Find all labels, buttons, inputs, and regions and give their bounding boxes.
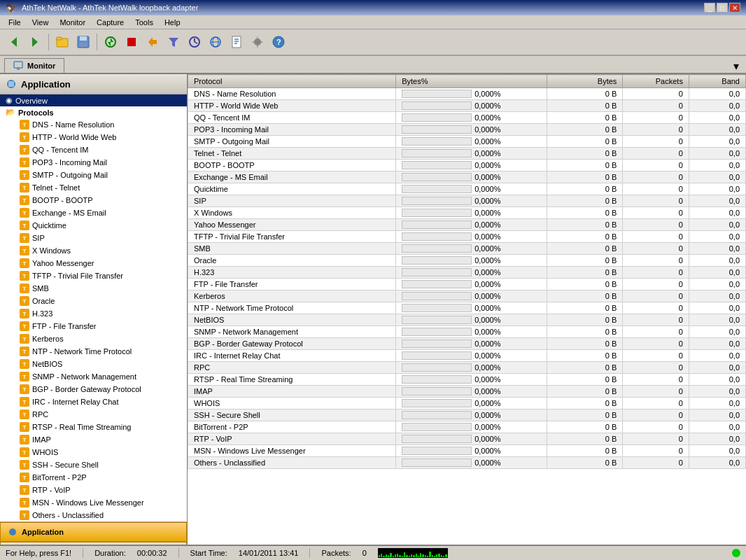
table-row[interactable]: Others - Unclassified 0,000% 0 B 0 0,0 <box>188 457 746 469</box>
table-row[interactable]: Kerberos 0,000% 0 B 0 0,0 <box>188 290 746 302</box>
network-button[interactable] <box>206 32 225 52</box>
sidebar-whois[interactable]: T WHOIS <box>0 446 187 458</box>
maximize-button[interactable]: □ <box>717 3 728 13</box>
save-button[interactable] <box>73 32 93 52</box>
table-row[interactable]: RPC 0,000% 0 B 0 0,0 <box>188 362 746 374</box>
table-row[interactable]: Yahoo Messenger 0,000% 0 B 0 0,0 <box>188 219 746 231</box>
table-row[interactable]: POP3 - Incoming Mail 0,000% 0 B 0 0,0 <box>188 124 746 136</box>
table-row[interactable]: SMB 0,000% 0 B 0 0,0 <box>188 243 746 255</box>
tab-bar: Monitor ▾ <box>0 56 746 74</box>
sidebar-imap[interactable]: T IMAP <box>0 433 187 446</box>
table-row[interactable]: IMAP 0,000% 0 B 0 0,0 <box>188 386 746 398</box>
menu-help[interactable]: Help <box>159 17 186 28</box>
sidebar-bootp[interactable]: T BOOTP - BOOTP <box>0 194 187 206</box>
sidebar-irc[interactable]: T IRC - Internet Relay Chat <box>0 396 187 408</box>
table-row[interactable]: Telnet - Telnet 0,000% 0 B 0 0,0 <box>188 148 746 160</box>
table-row[interactable]: TFTP - Trivial File Transfer 0,000% 0 B … <box>188 231 746 243</box>
sidebar-h323[interactable]: T H.323 <box>0 307 187 320</box>
sidebar-rtsp[interactable]: T RTSP - Real Time Streaming <box>0 421 187 433</box>
minimize-button[interactable]: _ <box>704 3 715 13</box>
table-row[interactable]: X Windows 0,000% 0 B 0 0,0 <box>188 207 746 219</box>
restart-button[interactable] <box>143 32 162 52</box>
table-row[interactable]: Exchange - MS Email 0,000% 0 B 0 0,0 <box>188 172 746 183</box>
table-row[interactable]: WHOIS 0,000% 0 B 0 0,0 <box>188 398 746 410</box>
band-cell: 0,0 <box>689 148 745 160</box>
sidebar-others[interactable]: T Others - Unclassified <box>0 509 187 522</box>
close-button[interactable]: ✕ <box>729 3 740 13</box>
table-row[interactable]: BGP - Border Gateway Protocol 0,000% 0 B… <box>188 338 746 350</box>
menu-file[interactable]: File <box>3 17 27 28</box>
sidebar-bgp[interactable]: T BGP - Border Gateway Protocol <box>0 383 187 396</box>
sidebar-smtp[interactable]: T SMTP - Outgoing Mail <box>0 169 187 181</box>
table-row[interactable]: Quicktime 0,000% 0 B 0 0,0 <box>188 183 746 195</box>
svg-rect-5 <box>80 36 87 41</box>
table-row[interactable]: RTP - VoIP 0,000% 0 B 0 0,0 <box>188 433 746 445</box>
menu-tools[interactable]: Tools <box>129 17 159 28</box>
settings-button[interactable] <box>248 32 267 52</box>
sidebar-xwindows[interactable]: T X Windows <box>0 244 187 257</box>
sidebar-ssh[interactable]: T SSH - Secure Shell <box>0 458 187 471</box>
sidebar-overview[interactable]: ◉ Overview <box>0 94 187 106</box>
table-row[interactable]: Oracle 0,000% 0 B 0 0,0 <box>188 255 746 267</box>
report-button[interactable] <box>227 32 246 52</box>
sidebar-smb[interactable]: T SMB <box>0 282 187 295</box>
menu-view[interactable]: View <box>27 17 55 28</box>
table-row[interactable]: NTP - Network Time Protocol 0,000% 0 B 0… <box>188 302 746 314</box>
sidebar-ftp[interactable]: T FTP - File Transfer <box>0 320 187 332</box>
monitor-tab[interactable]: Monitor <box>4 58 64 73</box>
sidebar-http[interactable]: T HTTP - World Wide Web <box>0 131 187 144</box>
table-row[interactable]: IRC - Internet Relay Chat 0,000% 0 B 0 0… <box>188 350 746 362</box>
sidebar-netbios[interactable]: T NetBIOS <box>0 358 187 370</box>
sidebar-tftp[interactable]: T TFTP - Trivial File Transfer <box>0 270 187 282</box>
sidebar-dns[interactable]: T DNS - Name Resolution <box>0 118 187 131</box>
forward-button[interactable] <box>25 32 45 52</box>
sidebar-sip[interactable]: T SIP <box>0 232 187 244</box>
table-row[interactable]: NetBIOS 0,000% 0 B 0 0,0 <box>188 314 746 326</box>
sidebar-yahoo[interactable]: T Yahoo Messenger <box>0 257 187 270</box>
table-row[interactable]: HTTP - World Wide Web 0,000% 0 B 0 0,0 <box>188 100 746 112</box>
table-row[interactable]: BOOTP - BOOTP 0,000% 0 B 0 0,0 <box>188 160 746 172</box>
bytes-pct-cell: 0,000% <box>396 410 547 421</box>
sidebar-bittorrent[interactable]: T BitTorrent - P2P <box>0 471 187 484</box>
table-row[interactable]: SNMP - Network Management 0,000% 0 B 0 0… <box>188 326 746 338</box>
table-row[interactable]: SSH - Secure Shell 0,000% 0 B 0 0,0 <box>188 410 746 421</box>
open-button[interactable] <box>52 32 72 52</box>
sidebar-snmp[interactable]: T SNMP - Network Management <box>0 370 187 383</box>
sidebar-ntp[interactable]: T NTP - Network Time Protocol <box>0 345 187 358</box>
application-section-button[interactable]: Application <box>0 522 187 542</box>
nettransport-section-button[interactable]: Net/Transport <box>0 542 187 545</box>
svg-rect-30 <box>8 81 14 87</box>
sidebar-pop3[interactable]: T POP3 - Incoming Mail <box>0 156 187 169</box>
sidebar-rpc[interactable]: T RPC <box>0 408 187 421</box>
stop-button[interactable] <box>122 32 141 52</box>
help-button[interactable]: ? <box>269 32 288 52</box>
sidebar-telnet[interactable]: T Telnet - Telnet <box>0 181 187 194</box>
sidebar-exchange[interactable]: T Exchange - MS Email <box>0 206 187 219</box>
table-row[interactable]: FTP - File Transfer 0,000% 0 B 0 0,0 <box>188 279 746 290</box>
sidebar-oracle[interactable]: T Oracle <box>0 295 187 307</box>
sidebar-protocols[interactable]: 📂 Protocols <box>0 106 187 118</box>
capture-button[interactable] <box>101 32 120 52</box>
sidebar-rtp[interactable]: T RTP - VoIP <box>0 484 187 496</box>
table-row[interactable]: QQ - Tencent IM 0,000% 0 B 0 0,0 <box>188 112 746 124</box>
table-row[interactable]: SIP 0,000% 0 B 0 0,0 <box>188 195 746 207</box>
table-row[interactable]: RTSP - Real Time Streaming 0,000% 0 B 0 … <box>188 374 746 386</box>
tab-dropdown[interactable]: ▾ <box>733 59 742 73</box>
filter-button[interactable] <box>164 32 183 52</box>
band-cell: 0,0 <box>689 290 745 302</box>
packets-cell: 0 <box>623 350 689 362</box>
sidebar-bgp-label: BGP - Border Gateway Protocol <box>32 385 141 393</box>
menu-monitor[interactable]: Monitor <box>54 17 91 28</box>
menu-capture[interactable]: Capture <box>91 17 129 28</box>
table-row[interactable]: SMTP - Outgoing Mail 0,000% 0 B 0 0,0 <box>188 136 746 148</box>
clock-button[interactable] <box>185 32 204 52</box>
sidebar-qq[interactable]: T QQ - Tencent IM <box>0 144 187 156</box>
sidebar-kerberos[interactable]: T Kerberos <box>0 332 187 345</box>
table-row[interactable]: H.323 0,000% 0 B 0 0,0 <box>188 267 746 279</box>
table-row[interactable]: DNS - Name Resolution 0,000% 0 B 0 0,0 <box>188 88 746 100</box>
table-row[interactable]: BitTorrent - P2P 0,000% 0 B 0 0,0 <box>188 421 746 433</box>
sidebar-msn[interactable]: T MSN - Windows Live Messenger <box>0 496 187 509</box>
back-button[interactable] <box>4 32 24 52</box>
table-row[interactable]: MSN - Windows Live Messenger 0,000% 0 B … <box>188 445 746 457</box>
sidebar-quicktime[interactable]: T Quicktime <box>0 219 187 232</box>
